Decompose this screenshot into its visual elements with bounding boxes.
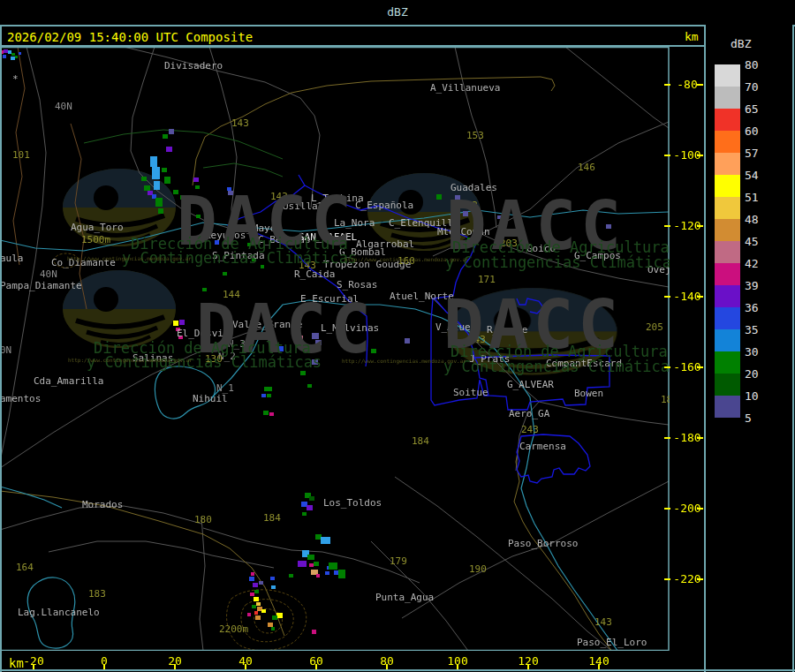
axis-tick-mark	[664, 84, 670, 86]
legend-swatch	[715, 197, 740, 219]
map-label: aula	[0, 253, 24, 263]
legend-value-label: 80	[745, 58, 759, 72]
axis-tick-mark	[664, 155, 670, 156]
legend-swatch	[715, 87, 740, 109]
map-label: Divisadero	[164, 61, 223, 71]
map-label: 179	[390, 556, 407, 566]
axis-tick-mark	[697, 366, 703, 368]
map-label: Carmensa	[519, 442, 566, 451]
axis-tick-mark	[697, 225, 703, 227]
axis-tick-mark	[664, 366, 670, 368]
map-label: 18	[661, 395, 670, 404]
legend-swatch	[715, 374, 740, 396]
frame-right	[792, 25, 794, 672]
map-label: Soitue	[453, 388, 488, 397]
axis-tick-mark	[697, 437, 703, 439]
watermark-text: http://www.contingencias.mendoza.gov.ar	[342, 359, 466, 364]
map-label: 40N	[55, 102, 72, 111]
map-label: Morados	[82, 500, 123, 510]
map-label: 243	[521, 425, 539, 434]
legend-value-label: 5	[745, 412, 752, 425]
legend-swatch	[715, 396, 740, 418]
map-label: 184	[263, 513, 281, 523]
divider-top	[0, 25, 795, 26]
axis-tick-mark	[664, 225, 670, 227]
map-label: Paso_El_Loro	[577, 638, 647, 647]
legend-value-label: 36	[745, 301, 759, 314]
status-bar: 2026/02/09 15:40:00 UTC Composite km	[0, 27, 704, 46]
legend-swatch	[715, 64, 740, 87]
legend-value-label: 57	[745, 147, 759, 160]
map-label: 153	[466, 131, 484, 140]
km-unit-label: km	[685, 30, 699, 43]
map-label: 146	[578, 162, 595, 172]
legend-value-label: 65	[745, 102, 759, 116]
map-label: *	[12, 74, 19, 84]
map-label: Bowen	[574, 389, 603, 398]
legend-value-label: 39	[745, 279, 759, 292]
map-label: 40N	[40, 269, 57, 279]
frame-left	[0, 25, 2, 672]
legend-swatch	[715, 241, 740, 263]
map-label: S_Rosas	[337, 280, 377, 290]
right-distance-axis: -80-100-120-140-160-180-200-220	[670, 47, 705, 651]
map-label: N_1	[216, 383, 234, 393]
legend-value-label: 60	[745, 125, 759, 138]
legend-swatch	[715, 351, 740, 374]
axis-tick-mark	[664, 578, 670, 580]
window-title: dBZ	[0, 0, 795, 25]
legend-swatch	[715, 263, 740, 285]
legend-swatch	[715, 219, 740, 241]
map-label: 143	[231, 118, 249, 128]
axis-tick-mark	[664, 296, 670, 298]
watermark-text: http://www.contingencias.mendoza.gov.ar	[67, 256, 192, 261]
radar-app-window: dBZ 2026/02/09 15:40:00 UTC Composite km	[0, 0, 795, 672]
legend-title: dBZ	[731, 37, 751, 50]
map-label: 101	[12, 150, 30, 160]
map-label: Los_Toldos	[323, 498, 382, 508]
axis-tick-mark	[697, 84, 703, 86]
legend-value-label: 48	[745, 213, 759, 226]
legend-swatch	[715, 329, 740, 351]
legend-swatch	[715, 153, 740, 175]
map-label: Pampa_Diamante	[0, 281, 82, 291]
legend-swatch	[715, 307, 740, 329]
map-label: 1500m	[81, 235, 110, 245]
map-label: 205	[646, 322, 663, 332]
radar-map-canvas[interactable]: Divisadero*A_VillanuevaGuadalesL_Tombina…	[0, 47, 670, 651]
map-label: Aero_GA	[509, 409, 549, 419]
axis-tick-mark	[697, 155, 703, 156]
map-label: 180	[194, 515, 212, 525]
map-label: Agua_Toro	[71, 223, 124, 232]
legend-value-label: 20	[745, 367, 759, 381]
map-labels-layer: Divisadero*A_VillanuevaGuadalesL_Tombina…	[0, 47, 670, 651]
map-label: 143	[594, 617, 612, 627]
watermark-text: y Contingencias Climáticas	[445, 255, 670, 270]
frame-legend-divider	[704, 25, 706, 672]
map-label: amentos	[0, 394, 41, 404]
frame-bottom	[0, 669, 795, 671]
axis-tick-mark	[664, 508, 670, 510]
legend-swatch	[715, 175, 740, 197]
map-label: Cda_Amarilla	[34, 376, 103, 386]
map-label: 190	[469, 564, 487, 574]
watermark-text: http://www.contingencias.mendoza.gov.ar	[68, 358, 193, 363]
axis-tick-mark	[664, 437, 670, 439]
axis-tick-mark	[697, 578, 703, 580]
legend-value-label: 35	[745, 323, 759, 336]
map-label: A_Villanueva	[430, 83, 500, 93]
legend-value-label: 30	[745, 345, 759, 359]
km-axis-unit: km	[9, 656, 24, 670]
dbz-color-legend: dBZ 807065605754514845423936353020105	[706, 25, 793, 672]
timestamp-label: 2026/02/09 15:40:00 UTC Composite	[7, 30, 253, 44]
axis-tick-mark	[697, 508, 703, 510]
map-label: 171	[478, 275, 496, 284]
legend-value-label: 10	[745, 389, 759, 403]
legend-value-label: 45	[745, 235, 759, 248]
legend-value-label: 54	[745, 169, 759, 182]
map-label: Punta_Agua	[375, 593, 434, 602]
legend-value-label: 51	[745, 191, 759, 204]
axis-tick-mark	[697, 296, 703, 298]
map-label: Nihuil	[193, 394, 228, 404]
map-label: 2200m	[219, 624, 248, 634]
